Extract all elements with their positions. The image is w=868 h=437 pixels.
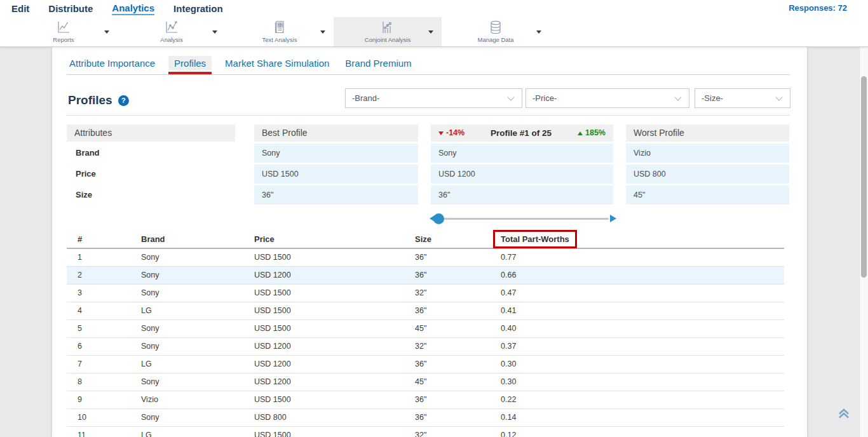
best-profile-price: USD 1500 [254, 165, 418, 184]
current-profile-price: USD 1200 [431, 165, 613, 184]
conjoint-analysis-icon [380, 20, 395, 35]
cell-size: 45" [415, 320, 501, 337]
chevron-down-icon [507, 93, 514, 100]
table-row[interactable]: 10SonyUSD 80036"0.14 [67, 409, 784, 427]
cell-total-part-worths: 0.30 [501, 356, 784, 373]
page-title: Profiles [68, 93, 112, 107]
table-row[interactable]: 4LGUSD 150036"0.41 [67, 302, 784, 320]
cell-size: 45" [415, 373, 501, 391]
top-nav: Edit Distribute Analytics Integration Re… [0, 0, 868, 17]
nav-item-analytics[interactable]: Analytics [112, 3, 154, 15]
dropdown-caret-icon[interactable] [104, 30, 109, 34]
cell-brand: Sony [141, 409, 254, 426]
cell-total-part-worths: 0.30 [501, 373, 784, 391]
best-profile-header: Best Profile [254, 124, 418, 142]
best-profile-brand: Sony [254, 144, 418, 163]
cell-total-part-worths: 0.66 [501, 267, 784, 284]
triangle-down-icon [438, 131, 444, 135]
scrollbar-thumb[interactable] [861, 76, 867, 278]
worst-profile-price: USD 800 [626, 165, 789, 184]
toolbar-item-reports[interactable]: Reports [10, 17, 118, 46]
cell-rank: 7 [78, 356, 141, 373]
table-header-row: # Brand Price Size Total Part-Worths [67, 230, 784, 249]
page-background: Attribute Importance Profiles Market Sha… [0, 47, 868, 437]
table-row[interactable]: 8SonyUSD 120045"0.30 [67, 373, 784, 391]
nav-item-distribute[interactable]: Distribute [48, 3, 93, 15]
worst-profile-header: Worst Profile [626, 124, 789, 142]
cell-size: 36" [415, 391, 501, 408]
cell-price: USD 1500 [254, 391, 415, 408]
cell-brand: Sony [141, 338, 254, 355]
table-row[interactable]: 11LGUSD 150032"0.12 [67, 427, 784, 437]
cell-price: USD 1200 [254, 267, 415, 284]
col-header-rank: # [78, 230, 141, 249]
page-title-row: Profiles ? [68, 93, 129, 107]
cell-rank: 3 [78, 285, 141, 302]
col-header-brand: Brand [141, 230, 254, 249]
tab-profiles[interactable]: Profiles [168, 58, 212, 74]
cell-size: 36" [415, 249, 501, 266]
price-filter-dropdown[interactable]: -Price- [526, 88, 689, 108]
dropdown-caret-icon[interactable] [212, 30, 217, 34]
dropdown-caret-icon[interactable] [320, 30, 325, 34]
vertical-scrollbar[interactable] [859, 47, 868, 437]
dropdown-caret-icon[interactable] [536, 30, 541, 34]
col-header-size: Size [415, 230, 501, 249]
slider-track[interactable] [433, 218, 609, 220]
scroll-to-top-button[interactable] [836, 405, 851, 420]
dropdown-caret-icon[interactable] [428, 30, 433, 34]
cell-brand: Vizio [141, 391, 254, 408]
reports-chart-icon [56, 20, 71, 35]
toolbar-item-conjoint-analysis[interactable]: Conjoint Analysis [334, 17, 442, 46]
responses-count[interactable]: Responses: 72 [789, 3, 847, 13]
profiles-table: # Brand Price Size Total Part-Worths 1So… [67, 230, 784, 437]
size-filter-dropdown[interactable]: -Size- [695, 88, 790, 108]
toolbar-item-text-analysis[interactable]: Text Analysis [226, 17, 334, 46]
toolbar-item-manage-data[interactable]: Manage Data [442, 17, 550, 46]
table-row[interactable]: 2SonyUSD 120036"0.66 [67, 267, 784, 285]
nav-item-edit[interactable]: Edit [11, 3, 29, 15]
cell-brand: LG [141, 356, 254, 373]
cell-price: USD 1200 [254, 356, 415, 373]
annotation-red-box: Total Part-Worths [493, 230, 577, 248]
nav-item-integration[interactable]: Integration [173, 3, 223, 15]
worst-profile-size: 45" [626, 185, 789, 205]
tab-market-share-simulation[interactable]: Market Share Simulation [222, 58, 332, 74]
table-row[interactable]: 6SonyUSD 120032"0.37 [67, 338, 784, 356]
current-profile-header: -14% Profile #1 of 25 185% [431, 124, 613, 142]
current-profile-panel: -14% Profile #1 of 25 185% Sony USD 1200… [431, 124, 613, 205]
cell-brand: Sony [141, 267, 254, 284]
col-header-price: Price [254, 230, 415, 249]
cell-size: 36" [415, 267, 501, 284]
cell-size: 36" [415, 302, 501, 319]
cell-price: USD 1500 [254, 285, 415, 302]
cell-price: USD 1500 [254, 427, 415, 437]
cell-brand: Sony [141, 320, 254, 337]
report-tabs: Attribute Importance Profiles Market Sha… [67, 47, 790, 75]
table-row[interactable]: 1SonyUSD 150036"0.77 [67, 249, 784, 267]
cell-total-part-worths: 0.22 [501, 391, 784, 408]
table-row[interactable]: 3SonyUSD 150032"0.47 [67, 285, 784, 302]
tab-attribute-importance[interactable]: Attribute Importance [67, 58, 158, 74]
current-profile-size: 36" [431, 185, 613, 205]
attributes-panel: Attributes Brand Price Size [67, 124, 235, 205]
app-window: Edit Distribute Analytics Integration Re… [0, 0, 868, 437]
cell-total-part-worths: 0.77 [501, 249, 784, 266]
table-row[interactable]: 9VizioUSD 150036"0.22 [67, 391, 784, 409]
slider-handle[interactable] [433, 213, 444, 224]
tab-brand-premium[interactable]: Brand Premium [342, 58, 414, 74]
content-card: Attribute Importance Profiles Market Sha… [52, 47, 807, 437]
toolbar-item-analysis[interactable]: Analysis [118, 17, 226, 46]
help-icon[interactable]: ? [118, 95, 129, 106]
table-row[interactable]: 7LGUSD 120036"0.30 [67, 356, 784, 373]
cell-rank: 5 [78, 320, 141, 337]
divider [67, 115, 790, 116]
cell-price: USD 1500 [254, 320, 415, 337]
best-profile-panel: Best Profile Sony USD 1500 36" [254, 124, 418, 205]
attribute-label: Price [67, 165, 235, 184]
brand-filter-dropdown[interactable]: -Brand- [345, 88, 522, 108]
slider-right-arrow-icon[interactable] [610, 215, 616, 222]
cell-size: 32" [415, 427, 501, 437]
cell-total-part-worths: 0.14 [501, 409, 784, 426]
table-row[interactable]: 5SonyUSD 150045"0.40 [67, 320, 784, 338]
